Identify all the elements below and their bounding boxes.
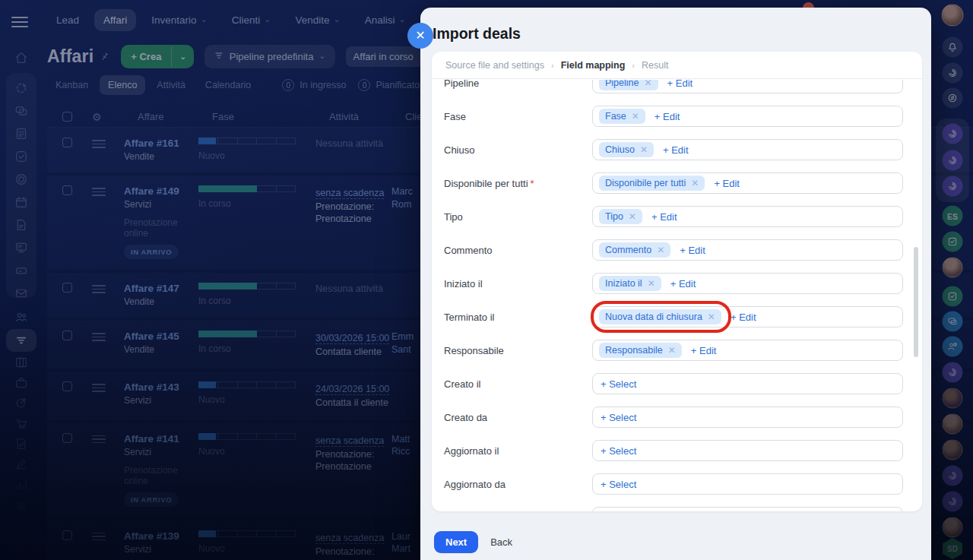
- copilot-app-icon[interactable]: [943, 176, 963, 197]
- chip-remove-icon[interactable]: ✕: [708, 312, 715, 322]
- copilot-app-icon[interactable]: [943, 362, 963, 383]
- wizard-step-2[interactable]: Field mapping: [561, 60, 626, 71]
- next-button[interactable]: Next: [434, 531, 478, 553]
- row-checkbox[interactable]: [62, 433, 72, 443]
- sidebar-item-home-icon[interactable]: [14, 51, 29, 65]
- pipeline-filter[interactable]: Pipeline predefinita ⌄: [204, 45, 335, 68]
- sidebar-item-funnel-icon[interactable]: [14, 334, 28, 347]
- nav-item-lead[interactable]: Lead: [47, 9, 88, 31]
- tasks-check-icon[interactable]: [943, 232, 963, 252]
- deal-name-link[interactable]: Affare #145: [124, 331, 198, 342]
- field-mapping-input[interactable]: Chiuso✕+ Edit: [592, 139, 903, 160]
- row-checkbox[interactable]: [62, 185, 72, 195]
- row-drag-handle-icon[interactable]: [92, 433, 106, 446]
- edit-field-link[interactable]: + Edit: [651, 211, 677, 223]
- field-mapping-input[interactable]: + Select: [592, 440, 903, 461]
- counter-in-ingresso[interactable]: 0In ingresso: [282, 79, 346, 91]
- column-header-fase[interactable]: Fase: [212, 111, 329, 122]
- tasks-check-icon[interactable]: [943, 286, 963, 307]
- user-avatar[interactable]: [942, 5, 964, 27]
- sidebar-item-signage-icon[interactable]: [14, 241, 29, 255]
- edit-field-link[interactable]: + Edit: [691, 345, 717, 356]
- sidebar-item-tasks-icon[interactable]: [14, 150, 29, 164]
- sidebar-item-mail-icon[interactable]: [14, 286, 29, 301]
- contact-initials-es[interactable]: ES: [943, 206, 963, 226]
- chip-remove-icon[interactable]: ✕: [640, 144, 648, 155]
- row-drag-handle-icon[interactable]: [92, 530, 106, 543]
- edit-field-link[interactable]: + Edit: [731, 312, 756, 323]
- activity-link[interactable]: 24/03/2026 15:00: [315, 384, 389, 395]
- sidebar-item-people-icon[interactable]: [14, 310, 29, 324]
- nav-item-analisi[interactable]: Analisi⌄: [356, 9, 415, 31]
- edit-field-link[interactable]: + Edit: [663, 144, 689, 156]
- pin-icon[interactable]: [95, 45, 116, 68]
- field-mapping-input[interactable]: + Select: [592, 473, 903, 495]
- mapped-field-chip[interactable]: Pipeline✕: [599, 80, 658, 90]
- field-mapping-input[interactable]: Iniziato il✕+ Edit: [592, 273, 903, 294]
- row-drag-handle-icon[interactable]: [92, 283, 106, 296]
- select-field-link[interactable]: + Select: [601, 412, 636, 423]
- sidebar-item-target-icon[interactable]: [14, 396, 29, 410]
- row-checkbox[interactable]: [62, 530, 72, 540]
- sidebar-item-briefcase-icon[interactable]: [14, 376, 29, 391]
- contact-avatar[interactable]: [943, 440, 963, 460]
- sidebar-item-network-icon[interactable]: [14, 81, 29, 96]
- sidebar-item-stats-icon[interactable]: [14, 478, 29, 492]
- copilot-app-icon[interactable]: [943, 492, 963, 512]
- copilot-app-icon[interactable]: [943, 124, 963, 144]
- contact-avatar[interactable]: [943, 258, 963, 278]
- chip-remove-icon[interactable]: ✕: [644, 80, 651, 88]
- edit-field-link[interactable]: + Edit: [670, 278, 696, 289]
- deal-name-link[interactable]: Affare #139: [124, 530, 198, 542]
- activity-link[interactable]: senza scadenza: [315, 435, 384, 447]
- mapped-field-chip[interactable]: Iniziato il✕: [599, 276, 661, 291]
- edit-field-link[interactable]: + Edit: [654, 111, 680, 122]
- messenger-sync-icon[interactable]: [943, 88, 963, 109]
- select-field-link[interactable]: + Select: [601, 479, 636, 490]
- sidebar-item-feed-icon[interactable]: [14, 127, 29, 141]
- activity-link[interactable]: senza scadenza: [315, 188, 384, 199]
- row-checkbox[interactable]: [62, 381, 72, 391]
- chip-remove-icon[interactable]: ✕: [632, 111, 639, 122]
- field-mapping-input[interactable]: Commento✕+ Edit: [592, 239, 903, 261]
- edit-field-link[interactable]: + Edit: [714, 178, 740, 189]
- row-checkbox[interactable]: [62, 283, 72, 293]
- mapped-field-chip[interactable]: Nuova data di chiusura✕: [599, 309, 721, 324]
- sidebar-item-settings-icon[interactable]: [14, 499, 29, 514]
- tab-attività[interactable]: Attività: [148, 75, 194, 95]
- mapped-field-chip[interactable]: Commento✕: [599, 242, 670, 258]
- tab-calendario[interactable]: Calendario: [197, 75, 259, 95]
- contact-badge-sd[interactable]: SD: [943, 538, 962, 559]
- mapped-field-chip[interactable]: Responsabile✕: [599, 343, 682, 358]
- field-mapping-input[interactable]: Nuova data di chiusura✕+ Edit: [592, 306, 903, 327]
- chat-icon[interactable]: [943, 312, 963, 332]
- copilot-icon[interactable]: [943, 63, 963, 84]
- activity-link[interactable]: 30/03/2026 15:00: [315, 333, 389, 344]
- chip-remove-icon[interactable]: ✕: [657, 245, 664, 255]
- create-dropdown-icon[interactable]: ⌄: [171, 46, 193, 67]
- deal-name-link[interactable]: Affare #161: [124, 138, 198, 149]
- column-header-affare[interactable]: Affare: [138, 111, 212, 122]
- mapped-field-chip[interactable]: Disponibile per tutti✕: [599, 176, 705, 191]
- contact-avatar[interactable]: [943, 517, 963, 538]
- sidebar-item-contract-icon[interactable]: [14, 437, 29, 451]
- select-field-link[interactable]: + Select: [601, 445, 636, 457]
- row-checkbox[interactable]: [62, 331, 72, 340]
- create-deal-button[interactable]: + Crea ⌄: [121, 45, 194, 68]
- row-drag-handle-icon[interactable]: [92, 381, 106, 394]
- copilot-app-icon[interactable]: [943, 466, 963, 486]
- sidebar-item-calendar-icon[interactable]: [14, 195, 29, 210]
- row-checkbox[interactable]: [62, 138, 72, 147]
- invite-user-icon[interactable]: [943, 337, 963, 357]
- field-mapping-input[interactable]: Disponibile per tutti✕+ Edit: [592, 172, 903, 194]
- column-header-attivita[interactable]: Attività: [329, 111, 405, 122]
- select-field-link[interactable]: + Select: [601, 378, 636, 390]
- copilot-app-icon[interactable]: [943, 150, 963, 171]
- back-button[interactable]: Back: [490, 536, 512, 548]
- field-mapping-input[interactable]: Responsabile✕+ Edit: [592, 340, 903, 361]
- contact-avatar[interactable]: [943, 414, 963, 435]
- sidebar-item-cart-icon[interactable]: [14, 416, 29, 431]
- counter-pianificato[interactable]: 0Pianificato: [358, 79, 420, 91]
- select-all-checkbox[interactable]: [62, 112, 72, 122]
- edit-field-link[interactable]: + Edit: [667, 80, 693, 89]
